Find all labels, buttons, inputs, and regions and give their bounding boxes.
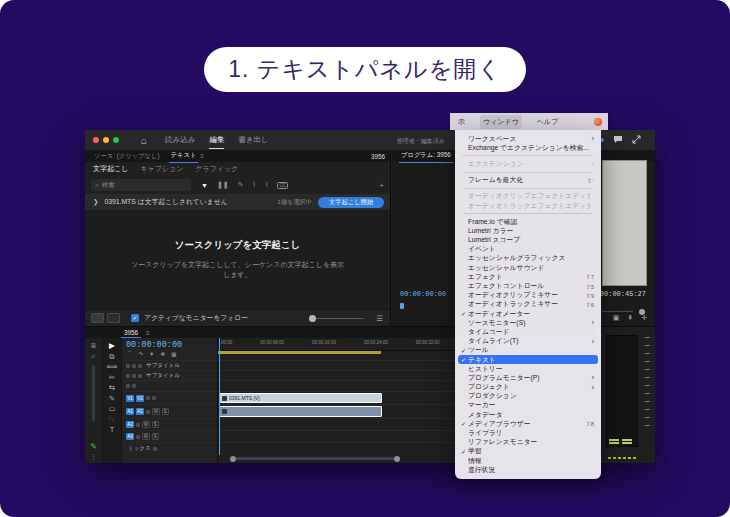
track-toggle-icon[interactable] (138, 374, 142, 378)
audio-track-a3-header[interactable]: A3MS (122, 430, 217, 442)
track-toggle-icon[interactable] (146, 396, 150, 400)
view-mode-icon[interactable] (91, 313, 104, 323)
track-toggle-icon[interactable] (152, 396, 156, 400)
menu-item-3[interactable]: エクステンション› (455, 159, 601, 168)
chevron-right-icon[interactable]: ❯ (93, 198, 98, 206)
panel-menu-icon[interactable]: ≡ (200, 153, 204, 159)
mute-button[interactable]: M (142, 433, 150, 440)
more-options-icon[interactable]: ⋮ (90, 453, 97, 461)
track-toggle-icon[interactable] (126, 364, 130, 368)
minimize-window-icon[interactable] (103, 137, 109, 143)
menu-item-37[interactable]: 進行状況 (455, 465, 601, 474)
track-toggle-icon[interactable] (136, 435, 140, 439)
razor-tool[interactable]: ✂ (109, 374, 115, 382)
menu-item-1[interactable]: Exchange でエクステンションを検索... (455, 143, 601, 152)
program-scrub-bar[interactable] (602, 311, 633, 312)
tab-source-monitor[interactable]: ソース: (クリップなし) (92, 150, 162, 163)
track-target-chip[interactable]: V1 (126, 395, 134, 402)
start-transcription-button[interactable]: 文字起こし開始 (318, 197, 384, 208)
compare-icon[interactable]: ✛ (641, 314, 647, 322)
cc-display-icon[interactable]: ▦ (171, 351, 176, 360)
edit-pencil-icon[interactable]: ✎ (90, 442, 97, 451)
track-toggle-icon[interactable] (132, 384, 136, 388)
tab-edit[interactable]: 編集 (209, 132, 224, 149)
find-icon[interactable]: ⌕ (92, 351, 96, 361)
tab-import[interactable]: 読み込み (165, 132, 195, 149)
track-toggle-icon[interactable] (138, 364, 142, 368)
menubar-item-help[interactable]: ヘルプ (534, 115, 562, 129)
tab-text-panel[interactable]: テキスト (169, 149, 199, 163)
pause-icon[interactable]: ❚❚ (217, 181, 229, 189)
solo-button[interactable]: S (162, 408, 169, 415)
menubar-app-icon[interactable] (594, 118, 602, 126)
track-toggle-icon[interactable] (136, 423, 140, 427)
tab-program-monitor[interactable]: プログラム: 3956 (399, 149, 453, 163)
pen-tool[interactable]: ✎ (109, 395, 115, 403)
menu-item-5[interactable]: フレームを最大化⇧` (455, 176, 601, 185)
wrench-icon[interactable]: ✚ (161, 351, 166, 360)
track-target-chip[interactable]: A1 (136, 408, 144, 415)
filter-icon[interactable]: ▼ (201, 182, 208, 189)
snap-icon[interactable]: ⌒ (127, 351, 133, 360)
linked-selection-icon[interactable]: ↷ (139, 351, 144, 360)
mix-track-header[interactable]: ミックス (122, 442, 217, 454)
chat-icon[interactable] (613, 135, 623, 145)
split-icon[interactable]: ⌇ (265, 181, 268, 189)
tab-sequence[interactable]: 3956 (121, 328, 141, 338)
rectangle-tool[interactable]: ▭ (108, 405, 115, 413)
settings-icon[interactable]: ☰ (376, 314, 383, 323)
track-toggle-icon[interactable] (126, 374, 130, 378)
ripple-edit-tool[interactable]: ⟺ (107, 363, 118, 371)
tab-graphics[interactable]: グラフィック (195, 161, 238, 177)
tab-transcript[interactable]: 文字起こし (93, 161, 128, 178)
view-mode-alt-icon[interactable] (107, 313, 120, 323)
cc-icon[interactable]: CC (277, 182, 288, 189)
track-toggle-icon[interactable] (132, 364, 136, 368)
slip-tool[interactable]: ⇆ (109, 384, 115, 392)
close-window-icon[interactable] (93, 137, 99, 143)
merge-speakers-icon[interactable]: ⌇ (253, 181, 256, 189)
vertical-scrollbar[interactable] (92, 365, 95, 421)
panel-list-icon[interactable]: ≣ (91, 341, 97, 351)
timeline-timecode[interactable]: 00:00:00:00 (122, 338, 217, 351)
track-toggle-icon[interactable] (146, 410, 150, 414)
search-input[interactable]: ⌕ 検索 (91, 179, 191, 191)
horizontal-scrollbar[interactable] (230, 456, 400, 461)
mute-button[interactable]: M (142, 421, 150, 428)
video-track-v1-header[interactable]: V1V1 (122, 391, 217, 404)
tab-export[interactable]: 書き出し (238, 132, 268, 149)
solo-button[interactable]: S (152, 421, 159, 428)
video-clip[interactable]: 0391.MTS [V] (219, 393, 382, 403)
text-size-slider[interactable] (312, 318, 364, 319)
panel-menu-icon[interactable]: ≡ (146, 330, 150, 336)
subtitle-track-2-header[interactable]: サブタイトル (122, 370, 217, 380)
tab-captions[interactable]: キャプション (140, 161, 183, 177)
menu-item-8[interactable]: オーディオトラックエフェクトエディター (455, 201, 601, 210)
marker-icon[interactable]: ▼ (149, 351, 154, 360)
audio-track-a1-header[interactable]: A1A1MS (122, 404, 217, 418)
menubar-item-view[interactable]: 示 (455, 115, 468, 129)
audio-track-a2-header[interactable]: A2MS (122, 418, 217, 430)
mute-button[interactable]: M (152, 408, 160, 415)
track-toggle-icon[interactable] (132, 374, 136, 378)
hand-tool[interactable]: ☞ (109, 416, 116, 424)
follow-monitor-checkbox[interactable]: ✓ (131, 314, 139, 322)
playhead[interactable] (219, 338, 220, 455)
track-target-chip[interactable]: V1 (136, 395, 144, 402)
slider-knob[interactable] (309, 315, 316, 322)
track-toggle-icon[interactable] (153, 447, 157, 451)
edit-icon[interactable]: ✎ (238, 181, 244, 189)
track-select-tool[interactable]: ⧉ (109, 353, 114, 361)
program-playhead-marker[interactable] (400, 303, 404, 309)
home-icon[interactable]: ⌂ (141, 135, 147, 146)
type-tool[interactable]: T (110, 426, 115, 434)
video-track-v2-header[interactable] (122, 380, 217, 391)
fullscreen-icon[interactable] (632, 135, 641, 145)
menubar-item-window[interactable]: ウィンドウ (480, 115, 522, 129)
track-target-chip[interactable]: A2 (126, 421, 134, 428)
solo-button[interactable]: S (152, 433, 159, 440)
export-frame-icon[interactable]: ▣ (613, 314, 620, 322)
track-target-chip[interactable]: A1 (126, 408, 134, 415)
lift-icon[interactable]: ⇞ (627, 314, 633, 322)
subtitle-track-1-header[interactable]: サブタイトル (122, 360, 217, 370)
